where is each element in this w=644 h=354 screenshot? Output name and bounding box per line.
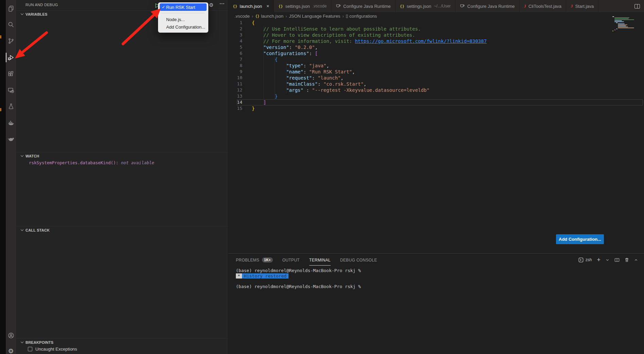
tab-bar-spacer xyxy=(598,0,630,12)
indent-guide xyxy=(286,63,286,93)
minimap[interactable] xyxy=(612,16,639,32)
breadcrumb-json-language-features[interactable]: JSON Language Features xyxy=(289,14,340,19)
menu-item-nodejs[interactable]: Node.js... xyxy=(158,16,208,23)
code-line-7[interactable]: 7 { xyxy=(228,56,644,63)
watch-label: WATCH xyxy=(25,154,39,158)
breadcrumb-configurations[interactable]: [ ]configurations xyxy=(346,14,377,19)
breakpoints-section-header[interactable]: BREAKPOINTS xyxy=(16,338,228,346)
split-editor-icon[interactable] xyxy=(630,0,644,12)
tab-output[interactable]: OUTPUT xyxy=(282,254,300,266)
code-line-10[interactable]: 10 "request": "launch", xyxy=(228,75,644,81)
code-line-9[interactable]: 9 "name": "Run RSK Start", xyxy=(228,69,644,75)
edge-marker xyxy=(0,108,1,111)
tab-launch-json[interactable]: {} launch.json × xyxy=(228,0,274,12)
code-line-6[interactable]: 6 "configurations": [ xyxy=(228,50,644,56)
variables-label: VARIABLES xyxy=(25,12,48,16)
call-stack-section-header[interactable]: CALL STACK xyxy=(16,226,228,234)
docker-icon[interactable] xyxy=(6,117,16,129)
run-and-debug-icon[interactable] xyxy=(6,51,16,64)
settings-gear-icon[interactable]: ⚙ xyxy=(6,345,16,354)
kill-terminal-trash-icon[interactable] xyxy=(625,257,629,262)
code-line-13[interactable]: 13 } xyxy=(228,93,644,99)
uncaught-exceptions-label: Uncaught Exceptions xyxy=(35,347,77,352)
checkmark-icon: ✓ xyxy=(161,5,166,10)
line-number[interactable]: 14 xyxy=(228,99,242,105)
chevron-down-icon[interactable] xyxy=(606,258,609,262)
extensions-icon[interactable] xyxy=(6,68,16,80)
watch-section-header[interactable]: WATCH xyxy=(16,152,228,159)
line-number[interactable]: 6 xyxy=(228,50,242,56)
line-number[interactable]: 3 xyxy=(228,32,242,38)
menu-item-run-rsk-start[interactable]: ✓ Run RSK Start xyxy=(160,3,207,11)
line-number[interactable]: 15 xyxy=(228,105,242,112)
tab-configure-java-runtime-2[interactable]: Configure Java Runtime xyxy=(455,0,519,12)
menu-item-add-configuration[interactable]: Add Configuration... xyxy=(158,23,208,31)
terminal-line: *History restored xyxy=(236,273,644,279)
uncaught-exceptions-checkbox[interactable] xyxy=(28,347,32,351)
line-text: // Use IntelliSense to learn about possi… xyxy=(252,26,421,32)
terminal-output[interactable]: (base) reynoldmorel@Reynolds-MacBook-Pro… xyxy=(228,266,644,289)
code-line-4[interactable]: 4 // For more information, visit: https:… xyxy=(228,38,644,44)
line-number[interactable]: 12 xyxy=(228,87,242,93)
code-line-1[interactable]: 1{ xyxy=(228,20,644,26)
add-configuration-button[interactable]: Add Configuration... xyxy=(556,234,604,244)
launch-settings-gear-icon[interactable]: ⚙ xyxy=(209,2,213,8)
tab-label: CliToolsTest.java xyxy=(528,4,561,9)
remote-explorer-icon[interactable] xyxy=(6,84,16,96)
new-terminal-icon[interactable]: + xyxy=(597,257,601,263)
line-number[interactable]: 1 xyxy=(228,20,242,26)
line-number[interactable]: 8 xyxy=(228,63,242,69)
indent-guide xyxy=(263,26,264,105)
history-star-badge: * xyxy=(236,273,242,279)
line-number[interactable]: 2 xyxy=(228,26,242,32)
tab-terminal[interactable]: TERMINAL xyxy=(309,254,331,266)
breadcrumb-launch-json[interactable]: {}launch.json xyxy=(255,14,283,19)
code-line-2[interactable]: 2 // Use IntelliSense to learn about pos… xyxy=(228,26,644,32)
current-line-highlight xyxy=(237,99,643,105)
code-line-11[interactable]: 11 "mainClass": "co.rsk.Start", xyxy=(228,81,644,87)
java-runtime-cup-icon xyxy=(460,3,465,9)
minimap-row xyxy=(618,27,628,27)
line-number[interactable]: 7 xyxy=(228,56,242,63)
explorer-icon[interactable] xyxy=(6,2,16,15)
code-editor[interactable]: 1{2 // Use IntelliSense to learn about p… xyxy=(228,20,644,253)
line-number[interactable]: 11 xyxy=(228,81,242,87)
shell-profile-chip[interactable]: zsh xyxy=(578,257,592,263)
source-control-icon[interactable] xyxy=(6,35,16,47)
testing-flask-icon[interactable] xyxy=(6,100,16,113)
code-line-14[interactable]: 14 ] xyxy=(228,99,644,105)
code-line-5[interactable]: 5 "version": "0.2.0", xyxy=(228,44,644,50)
line-number[interactable]: 9 xyxy=(228,69,242,75)
tab-settings-json-user[interactable]: {} settings.json ~/.../User xyxy=(396,0,456,12)
chevron-down-icon xyxy=(21,154,23,157)
tab-problems[interactable]: PROBLEMS 1K+ xyxy=(236,254,273,266)
tab-settings-json-vscode[interactable]: {} settings.json .vscode xyxy=(274,0,331,12)
minimap-row xyxy=(614,17,629,18)
breadcrumb-vscode[interactable]: .vscode xyxy=(234,14,250,19)
maximize-panel-chevron-up-icon[interactable] xyxy=(634,258,638,262)
line-number[interactable]: 5 xyxy=(228,44,242,50)
gradle-elephant-icon[interactable] xyxy=(6,133,16,145)
tab-clitoolstest-java[interactable]: J CliToolsTest.java xyxy=(520,0,566,12)
tab-configure-java-runtime-1[interactable]: Configure Java Runtime xyxy=(331,0,395,12)
array-icon: [ ] xyxy=(346,14,348,18)
split-terminal-icon[interactable] xyxy=(614,258,620,262)
tab-debug-console[interactable]: DEBUG CONSOLE xyxy=(340,254,377,266)
code-line-3[interactable]: 3 // Hover to view descriptions of exist… xyxy=(228,32,644,38)
line-number[interactable]: 13 xyxy=(228,93,242,99)
line-number[interactable]: 10 xyxy=(228,75,242,81)
line-number[interactable]: 4 xyxy=(228,38,242,44)
close-icon[interactable]: × xyxy=(266,3,269,9)
code-line-15[interactable]: 15} xyxy=(228,105,644,112)
tab-start-java[interactable]: J Start.java xyxy=(566,0,598,12)
json-icon: {} xyxy=(255,14,259,18)
watch-expression[interactable]: rskSystemProperties.databaseKind(): not … xyxy=(29,160,154,165)
search-icon[interactable] xyxy=(6,18,16,31)
line-text: ] xyxy=(252,99,266,105)
more-actions-icon[interactable]: ··· xyxy=(220,1,225,6)
code-line-12[interactable]: 12 "args" : "--regtest -Xkeyvalue.dataso… xyxy=(228,87,644,93)
bottom-panel: PROBLEMS 1K+ OUTPUT TERMINAL DEBUG CONSO… xyxy=(228,253,644,354)
accounts-icon[interactable] xyxy=(6,329,16,341)
sidebar-title: RUN AND DEBUG xyxy=(25,3,58,7)
code-line-8[interactable]: 8 "type": "java", xyxy=(228,63,644,69)
